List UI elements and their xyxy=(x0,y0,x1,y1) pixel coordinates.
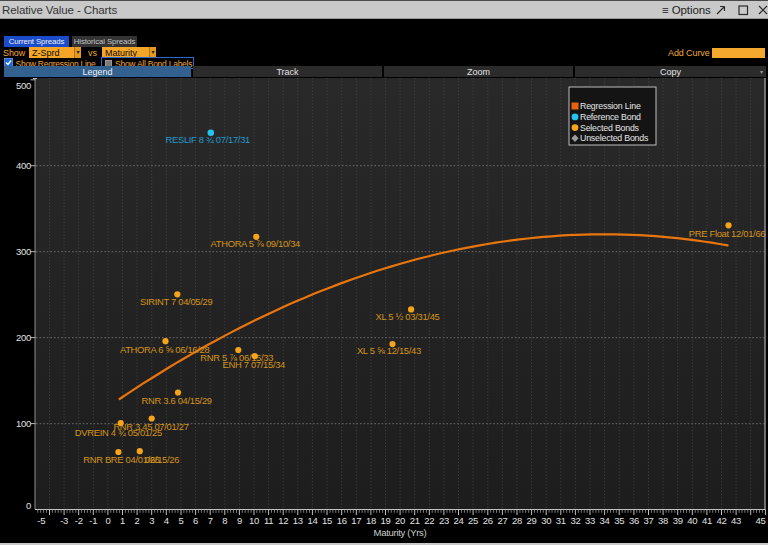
svg-text:6: 6 xyxy=(193,515,198,526)
svg-text:23: 23 xyxy=(439,515,449,526)
svg-text:34: 34 xyxy=(600,515,610,526)
svg-text:06/15/26: 06/15/26 xyxy=(145,454,179,465)
svg-text:38: 38 xyxy=(658,515,668,526)
svg-text:-2: -2 xyxy=(75,515,83,526)
svg-text:19: 19 xyxy=(381,515,391,526)
svg-text:3: 3 xyxy=(149,515,154,526)
svg-text:7: 7 xyxy=(208,515,213,526)
svg-text:14: 14 xyxy=(307,515,317,526)
svg-text:-3: -3 xyxy=(60,515,68,526)
svg-text:8: 8 xyxy=(222,515,227,526)
svg-text:28: 28 xyxy=(512,515,522,526)
svg-text:33: 33 xyxy=(585,515,595,526)
svg-text:4: 4 xyxy=(164,515,169,526)
svg-text:18: 18 xyxy=(366,515,376,526)
svg-text:100: 100 xyxy=(16,418,31,429)
svg-text:42: 42 xyxy=(717,515,727,526)
svg-text:41: 41 xyxy=(702,515,712,526)
svg-text:12: 12 xyxy=(278,515,288,526)
svg-text:16: 16 xyxy=(337,515,347,526)
svg-text:-1: -1 xyxy=(89,515,97,526)
svg-text:25: 25 xyxy=(468,515,478,526)
svg-text:20: 20 xyxy=(395,515,405,526)
svg-text:35: 35 xyxy=(614,515,624,526)
svg-text:Reference Bond: Reference Bond xyxy=(580,112,641,122)
svg-text:Selected Bonds: Selected Bonds xyxy=(580,123,640,133)
svg-text:30: 30 xyxy=(541,515,551,526)
svg-text:39: 39 xyxy=(673,515,683,526)
svg-text:15: 15 xyxy=(322,515,332,526)
svg-text:RNR 3.6 04/15/29: RNR 3.6 04/15/29 xyxy=(142,395,212,406)
svg-text:17: 17 xyxy=(351,515,361,526)
svg-text:22: 22 xyxy=(424,515,434,526)
svg-text:0: 0 xyxy=(105,515,110,526)
svg-text:9: 9 xyxy=(237,515,242,526)
svg-text:32: 32 xyxy=(570,515,580,526)
svg-text:31: 31 xyxy=(556,515,566,526)
svg-text:ATHORA 6 ⅝ 06/16/28: ATHORA 6 ⅝ 06/16/28 xyxy=(120,344,210,355)
svg-text:XL 5 ⅝ 12/15/43: XL 5 ⅝ 12/15/43 xyxy=(357,345,421,356)
svg-text:11: 11 xyxy=(264,515,273,526)
svg-text:2: 2 xyxy=(135,515,140,526)
svg-text:DVREIN 4 ¾ 05/01/25: DVREIN 4 ¾ 05/01/25 xyxy=(75,427,162,438)
svg-text:ENH 7 07/15/34: ENH 7 07/15/34 xyxy=(223,359,286,370)
svg-text:Unselected Bonds: Unselected Bonds xyxy=(580,133,649,143)
svg-text:36: 36 xyxy=(629,515,639,526)
svg-text:0: 0 xyxy=(26,500,31,511)
svg-text:RESLIF 8 ¾ 07/17/31: RESLIF 8 ¾ 07/17/31 xyxy=(166,134,251,145)
svg-text:29: 29 xyxy=(527,515,537,526)
svg-text:500: 500 xyxy=(16,80,31,91)
svg-text:200: 200 xyxy=(16,332,31,343)
svg-text:1: 1 xyxy=(120,515,125,526)
svg-text:PRE Float 12/01/66: PRE Float 12/01/66 xyxy=(689,228,766,239)
svg-text:Maturity (Yrs): Maturity (Yrs) xyxy=(374,527,427,538)
svg-text:40: 40 xyxy=(687,515,697,526)
svg-text:37: 37 xyxy=(644,515,654,526)
svg-text:26: 26 xyxy=(483,515,493,526)
svg-text:21: 21 xyxy=(410,515,420,526)
svg-text:400: 400 xyxy=(16,160,31,171)
svg-text:43: 43 xyxy=(731,515,741,526)
svg-text:13: 13 xyxy=(293,515,303,526)
svg-text:SIRINT 7 04/05/29: SIRINT 7 04/05/29 xyxy=(140,296,212,307)
svg-text:45: 45 xyxy=(756,515,766,526)
svg-text:24: 24 xyxy=(454,515,464,526)
svg-text:10: 10 xyxy=(249,515,259,526)
svg-text:5: 5 xyxy=(178,515,183,526)
svg-text:XL 5 ½ 03/31/45: XL 5 ½ 03/31/45 xyxy=(376,311,440,322)
svg-text:300: 300 xyxy=(16,246,31,257)
svg-text:-5: -5 xyxy=(37,515,45,526)
svg-text:Regression Line: Regression Line xyxy=(580,101,641,111)
svg-text:27: 27 xyxy=(497,515,507,526)
